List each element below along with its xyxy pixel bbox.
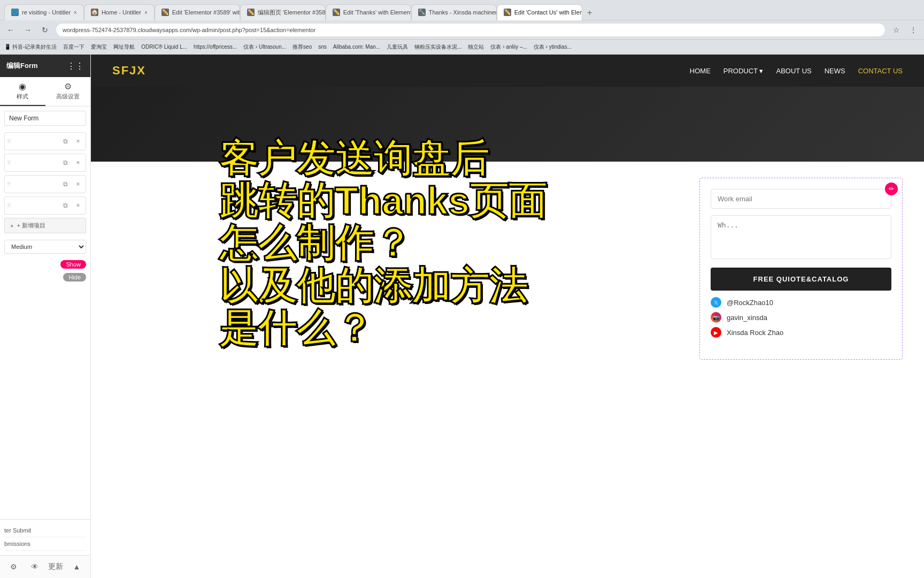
footer-collapse-button[interactable]: ▲: [68, 559, 84, 575]
tab-style[interactable]: ◉ 样式: [0, 77, 45, 106]
hide-toggle-row: Hide: [4, 273, 86, 282]
delete-field-2[interactable]: ×: [73, 157, 83, 168]
reload-button[interactable]: ↻: [38, 24, 51, 36]
bookmark-5[interactable]: ODRIC® Liquid L...: [141, 44, 187, 50]
site-nav: HOME PRODUCT ▾ ABOUT US NEWS CONTACT US: [690, 67, 903, 75]
submissions-item[interactable]: bmissions: [4, 537, 86, 551]
back-button[interactable]: ←: [4, 24, 17, 36]
form-field-2: ⠿ ⧉ ×: [4, 154, 86, 172]
work-email-input[interactable]: [711, 189, 891, 209]
twitter-handle: @RockZhao10: [727, 299, 773, 307]
nav-about[interactable]: ABOUT US: [776, 67, 811, 75]
message-textarea[interactable]: [711, 215, 891, 259]
instagram-row: 📷 gavin_xinsda: [711, 312, 891, 323]
settings-icon: ⚙: [64, 81, 72, 92]
form-name-input[interactable]: [4, 111, 86, 126]
tab-2-close[interactable]: ×: [144, 10, 148, 16]
tab-4-label: 编辑图页 'Elementor #3589'...: [258, 9, 326, 17]
show-toggle[interactable]: Show: [60, 260, 86, 269]
drag-handle-1[interactable]: ⠿: [7, 139, 11, 144]
tab-3[interactable]: ✏️ Edit 'Elementor #3589' with... ×: [155, 4, 240, 20]
sidebar-header: 编辑Form ⋮⋮: [0, 55, 90, 77]
elementor-sidebar: 编辑Form ⋮⋮ ◉ 样式 ⚙ 高级设置 ⠿ ⧉ × ⠿: [0, 55, 91, 578]
nav-contact[interactable]: CONTACT US: [858, 67, 903, 75]
tab-7-favicon: ✏️: [504, 9, 511, 16]
tab-advanced-label: 高级设置: [56, 93, 80, 101]
tab-1-close[interactable]: ×: [74, 10, 77, 16]
menu-button[interactable]: ⋮: [907, 24, 920, 36]
size-select[interactable]: Medium Small Large: [4, 240, 86, 254]
bookmark-10[interactable]: Alibaba.com: Man...: [333, 44, 380, 50]
bookmark-6[interactable]: https://offpricess...: [194, 44, 237, 50]
tab-7[interactable]: ✏️ Edit 'Contact Us' with Eleme... ×: [497, 4, 582, 20]
twitter-row: 𝕏 @RockZhao10: [711, 297, 891, 308]
footer-preview-button[interactable]: 👁: [27, 559, 43, 575]
after-submit-item[interactable]: ter Submit: [4, 524, 86, 537]
style-icon: ◉: [19, 81, 26, 92]
submit-button[interactable]: FREE QUIOTE&CATALOG: [711, 268, 891, 291]
tab-2-favicon: 🏠: [91, 9, 98, 16]
youtube-icon: ▶: [711, 327, 721, 338]
tab-2[interactable]: 🏠 Home - Untitler ×: [84, 4, 155, 20]
hide-toggle[interactable]: Hide: [63, 273, 86, 282]
nav-news[interactable]: NEWS: [825, 67, 845, 75]
tab-4-favicon: ✏️: [247, 9, 255, 16]
bookmark-1[interactable]: 📱抖音-记录美好生活: [4, 43, 57, 51]
bookmark-4[interactable]: 网址导航: [113, 43, 135, 51]
hero-overlay: [91, 87, 924, 162]
bookmark-3[interactable]: 爱淘宝: [91, 43, 107, 51]
form-field-3: ⠿ ⧉ ×: [4, 175, 86, 193]
nav-product[interactable]: PRODUCT ▾: [723, 67, 764, 75]
bookmark-12[interactable]: 钢粉压实设备水泥...: [414, 43, 461, 51]
bookmark-11[interactable]: 儿童玩具: [387, 43, 408, 51]
new-tab-button[interactable]: +: [582, 5, 597, 20]
tab-1[interactable]: 🌐 re visiting - Untitler ×: [4, 4, 84, 20]
copy-field-1[interactable]: ⧉: [60, 136, 71, 147]
tab-6[interactable]: 🔧 Thanks - Xinsda machinery ×: [411, 4, 497, 20]
copy-field-2[interactable]: ⧉: [60, 157, 71, 168]
url-text: wordpress-752474-2537879.cloudwaysapps.c…: [63, 27, 315, 33]
forward-button[interactable]: →: [21, 24, 34, 36]
bookmarks-bar: 📱抖音-记录美好生活 百度一下 爱淘宝 网址导航 ODRIC® Liquid L…: [0, 40, 924, 55]
drag-handle-2[interactable]: ⠿: [7, 160, 11, 166]
bookmark-13[interactable]: 独立站: [468, 43, 484, 51]
delete-field-4[interactable]: ×: [73, 200, 83, 211]
footer-settings-button[interactable]: ⚙: [6, 559, 22, 575]
tab-4[interactable]: ✏️ 编辑图页 'Elementor #3589'... ×: [240, 4, 326, 20]
copy-field-4[interactable]: ⧉: [60, 200, 71, 211]
bookmark-14[interactable]: 仪表 › anliiy –...: [490, 43, 527, 51]
bookmark-7[interactable]: 仪表 › Ultrasoun...: [243, 43, 286, 51]
twitter-icon: 𝕏: [711, 297, 721, 308]
tab-1-label: re visiting - Untitler: [22, 9, 71, 16]
sidebar-title: 编辑Form: [6, 61, 38, 71]
url-bar[interactable]: wordpress-752474-2537879.cloudwaysapps.c…: [56, 23, 886, 37]
delete-field-3[interactable]: ×: [73, 179, 83, 189]
drag-handle-3[interactable]: ⠿: [7, 181, 11, 187]
plus-icon: +: [10, 223, 13, 229]
site-header: SFJX HOME PRODUCT ▾ ABOUT US NEWS CONTAC…: [91, 55, 924, 87]
bookmark-button[interactable]: ☆: [890, 24, 903, 36]
instagram-icon: 📷: [711, 312, 721, 323]
tab-5[interactable]: ✏️ Edit 'Thanks' with Elementor ×: [326, 4, 411, 20]
contact-left: [112, 178, 683, 360]
bookmark-9[interactable]: sns: [318, 44, 327, 50]
copy-field-3[interactable]: ⧉: [60, 179, 71, 189]
form-edit-button[interactable]: ✏: [885, 182, 898, 195]
show-toggle-row: Show: [4, 260, 86, 269]
add-item-button[interactable]: + + 新增项目: [4, 218, 86, 233]
drag-handle-4[interactable]: ⠿: [7, 203, 11, 209]
bookmark-15[interactable]: 仪表 › ytindias...: [534, 43, 572, 51]
delete-field-1[interactable]: ×: [73, 136, 83, 147]
footer-update-button[interactable]: 更新: [48, 559, 64, 575]
tab-advanced[interactable]: ⚙ 高级设置: [45, 77, 91, 106]
bookmark-8[interactable]: 推荐seo: [292, 43, 312, 51]
contact-section: ✏ FREE QUIOTE&CATALOG 𝕏 @RockZhao10 📷 ga…: [91, 162, 924, 376]
site-logo: SFJX: [112, 64, 146, 78]
nav-home[interactable]: HOME: [690, 67, 711, 75]
size-select-row: Medium Small Large: [4, 240, 86, 254]
sidebar-tabs: ◉ 样式 ⚙ 高级设置: [0, 77, 90, 107]
website-preview: SFJX HOME PRODUCT ▾ ABOUT US NEWS CONTAC…: [91, 55, 924, 578]
bookmark-2[interactable]: 百度一下: [63, 43, 84, 51]
sidebar-menu-icon[interactable]: ⋮⋮: [67, 61, 84, 71]
browser-chrome: 🌐 re visiting - Untitler × 🏠 Home - Unti…: [0, 0, 924, 55]
